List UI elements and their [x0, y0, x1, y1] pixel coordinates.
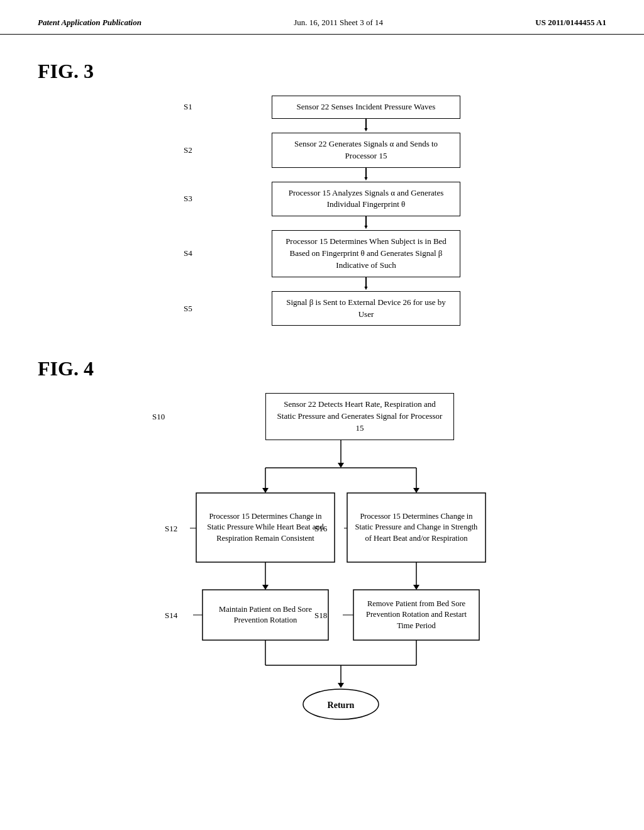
step-label-s2: S2 — [184, 145, 192, 155]
svg-marker-6 — [413, 488, 419, 493]
arrow-s3-s4 — [272, 216, 460, 230]
fig4-section: FIG. 4 S10 Sensor 22 Detects Heart Rate,… — [38, 357, 606, 830]
step-label-s14: S14 — [165, 611, 178, 620]
step-row-s3: S3 Processor 15 Analyzes Signals α and G… — [184, 182, 498, 217]
arrow-s1-s2 — [272, 119, 460, 133]
step-label-s1: S1 — [184, 102, 192, 112]
step-row-s1: S1 Sensor 22 Senses Incident Pressure Wa… — [184, 96, 498, 119]
step-box-s4: Processor 15 Determines When Subject is … — [272, 230, 460, 277]
step-box-s12-text: Processor 15 Determines Change in Static… — [200, 511, 331, 545]
fig4-label: FIG. 4 — [38, 357, 606, 380]
step-label-s12: S12 — [165, 524, 177, 533]
svg-marker-14 — [413, 585, 419, 590]
step-label-s10: S10 — [152, 412, 165, 422]
step-box-s5: Signal β is Sent to External Device 26 f… — [272, 291, 460, 326]
step-label-s4: S4 — [184, 248, 192, 258]
page-header: Patent Application Publication Jun. 16, … — [0, 0, 644, 35]
step-label-s18: S18 — [314, 611, 327, 620]
step-box-s2: Sensor 22 Generates Signals α and Sends … — [272, 133, 460, 168]
arrow-s4-s5 — [272, 277, 460, 291]
fig4-flow-svg: Processor 15 Determines Change in Static… — [152, 440, 530, 830]
step-box-s3: Processor 15 Analyzes Signals α and Gene… — [272, 182, 460, 217]
svg-marker-12 — [262, 585, 269, 590]
step-row-s2: S2 Sensor 22 Generates Signals α and Sen… — [184, 133, 498, 168]
step-label-s16: S16 — [314, 524, 328, 533]
step-box-s1: Sensor 22 Senses Incident Pressure Waves — [272, 96, 460, 119]
step-box-s10: Sensor 22 Detects Heart Rate, Respiratio… — [265, 393, 454, 440]
date-sheet-label: Jun. 16, 2011 Sheet 3 of 14 — [294, 18, 383, 28]
fig3-section: FIG. 3 S1 Sensor 22 Senses Incident Pres… — [38, 60, 606, 326]
svg-marker-4 — [262, 488, 269, 493]
return-label: Return — [328, 700, 355, 710]
step-label-s3: S3 — [184, 194, 192, 204]
step-box-s16-text: Processor 15 Determines Change in Static… — [351, 511, 482, 545]
patent-number-label: US 2011/0144455 A1 — [535, 18, 606, 28]
step-box-s14-text: Maintain Patient on Bed Sore Prevention … — [206, 604, 325, 626]
fig3-label: FIG. 3 — [38, 60, 606, 83]
svg-marker-23 — [338, 683, 344, 688]
arrow-s2-s3 — [272, 168, 460, 182]
step-label-s5: S5 — [184, 304, 192, 314]
page-content: FIG. 3 S1 Sensor 22 Senses Incident Pres… — [0, 35, 644, 830]
step-row-s5: S5 Signal β is Sent to External Device 2… — [184, 291, 498, 326]
svg-marker-1 — [338, 463, 344, 468]
publication-label: Patent Application Publication — [38, 18, 142, 28]
step-box-s18-text: Remove Patient from Bed Sore Prevention … — [357, 599, 475, 632]
step-row-s4: S4 Processor 15 Determines When Subject … — [184, 230, 498, 277]
